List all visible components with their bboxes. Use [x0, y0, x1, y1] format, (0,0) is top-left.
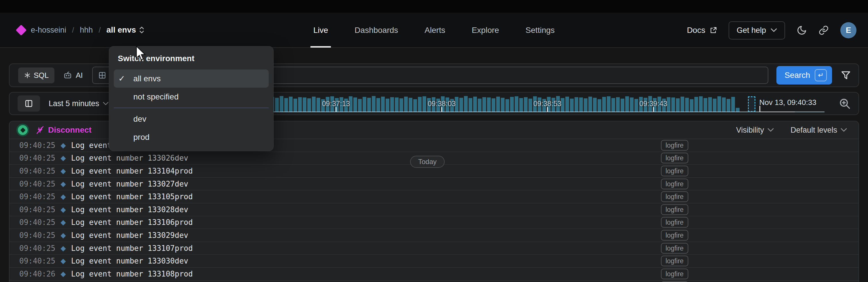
histogram-bar: [409, 98, 412, 112]
histogram-bar: [505, 99, 509, 112]
histogram-bar: [275, 98, 279, 112]
breadcrumb-org[interactable]: e-hosseini: [31, 26, 66, 35]
histogram-bar: [404, 96, 408, 112]
histogram-bar: [722, 97, 726, 112]
log-timestamp: 09:40:25: [19, 231, 55, 239]
histogram-bar: [367, 98, 371, 112]
current-bucket-dashed-bar: [748, 96, 755, 112]
search-button[interactable]: Search ↵: [776, 66, 832, 84]
log-row[interactable]: 09:40:25◆Log event number 133028devlogfi…: [9, 203, 859, 216]
filter-button[interactable]: [841, 70, 851, 80]
log-timestamp: 09:40:26: [19, 270, 55, 278]
x-axis-tick-label: 09:37:13: [322, 100, 350, 108]
external-link-icon: [709, 27, 717, 34]
time-range-label: Last 5 minutes: [49, 99, 99, 108]
tab-explore[interactable]: Explore: [472, 13, 499, 48]
histogram-bar: [381, 96, 385, 112]
histogram-bar: [579, 97, 583, 112]
visibility-label: Visibility: [736, 126, 764, 135]
histogram-bar: [575, 97, 578, 112]
log-row[interactable]: 09:40:25◆Log event number 133030devlogfi…: [9, 255, 859, 267]
breadcrumb-project[interactable]: hhh: [80, 26, 93, 35]
theme-toggle-button[interactable]: [797, 25, 807, 35]
log-row[interactable]: 09:40:25◆Log event number 133106prodlogf…: [9, 216, 859, 229]
histogram-bar: [630, 97, 633, 112]
tab-dashboards[interactable]: Dashboards: [354, 13, 398, 48]
moon-icon: [797, 25, 807, 35]
zoom-in-button[interactable]: [838, 97, 851, 110]
env-option-prod[interactable]: prod: [114, 128, 269, 146]
disconnect-button[interactable]: Disconnect: [35, 125, 92, 135]
env-option-label: dev: [133, 114, 146, 124]
ai-mode-button[interactable]: AI: [63, 70, 83, 80]
get-help-button[interactable]: Get help: [728, 21, 785, 39]
magnifier-plus-icon: [838, 97, 851, 110]
log-message: Log event number 133026dev: [71, 154, 188, 162]
time-range-selector[interactable]: Last 5 minutes: [49, 99, 108, 108]
scope-badge: logfire: [661, 243, 688, 253]
tab-live[interactable]: Live: [313, 13, 328, 48]
env-option-not-specified[interactable]: not specified: [114, 88, 269, 106]
env-option-all-envs[interactable]: ✓all envs: [114, 69, 269, 88]
tab-alerts[interactable]: Alerts: [425, 13, 445, 48]
log-row[interactable]: 09:40:25◆Log event number 133107prodlogf…: [9, 242, 859, 255]
logfire-logo-icon[interactable]: [16, 25, 27, 35]
log-timestamp: 09:40:25: [19, 257, 55, 265]
env-option-dev[interactable]: dev: [114, 110, 269, 128]
histogram-bar: [353, 97, 357, 112]
histogram-bar: [395, 97, 399, 112]
default-levels-dropdown[interactable]: Default levels: [790, 126, 847, 135]
histogram-bar: [616, 97, 620, 112]
log-message: Log event number 133105prod: [71, 192, 193, 201]
x-axis-tick-mark: [441, 107, 442, 112]
histogram-bar: [704, 98, 707, 112]
log-row[interactable]: 09:40:25◆Log event number 133105prodlogf…: [9, 190, 859, 203]
log-timestamp: 09:40:25: [19, 167, 55, 175]
share-link-button[interactable]: [818, 25, 829, 35]
log-level-diamond-icon: ◆: [60, 154, 66, 162]
log-message: Log event number 133107prod: [71, 244, 193, 253]
live-core-diamond: [20, 128, 25, 133]
docs-link[interactable]: Docs: [687, 26, 717, 35]
sql-mode-button[interactable]: SQL: [18, 67, 55, 83]
chevron-down-icon: [768, 128, 774, 132]
environment-selector[interactable]: all envs: [106, 25, 145, 35]
histogram-bar: [731, 97, 735, 112]
log-row[interactable]: 09:40:26◆Log event number 133031devlogfi…: [9, 281, 859, 282]
x-axis-tick-label: 09:38:03: [428, 100, 456, 108]
chevron-down-icon: [103, 102, 108, 106]
histogram-bar: [284, 98, 288, 112]
histogram-bar: [690, 99, 693, 112]
scope-badge: logfire: [661, 217, 688, 228]
log-level-diamond-icon: ◆: [60, 244, 66, 252]
log-message: Log event: [71, 141, 112, 150]
search-button-label: Search: [784, 70, 810, 80]
histogram-bar: [676, 98, 680, 112]
log-row[interactable]: 09:40:26◆Log event number 133108prodlogf…: [9, 267, 859, 281]
visibility-dropdown[interactable]: Visibility: [736, 126, 774, 135]
dropdown-divider: [114, 108, 269, 108]
log-timestamp: 09:40:25: [19, 192, 55, 201]
histogram-bar: [602, 97, 606, 112]
log-level-diamond-icon: ◆: [60, 180, 66, 188]
sidebar-toggle-button[interactable]: [18, 95, 40, 112]
env-option-label: all envs: [133, 74, 161, 83]
log-message: Log event number 133028dev: [71, 205, 188, 214]
tab-settings[interactable]: Settings: [526, 13, 555, 48]
histogram-bar: [611, 98, 615, 112]
env-option-label: not specified: [133, 92, 179, 102]
log-timestamp: 09:40:25: [19, 244, 55, 253]
avatar-initial: E: [846, 26, 851, 35]
histogram-bar: [464, 96, 468, 112]
avatar[interactable]: E: [840, 22, 857, 38]
log-row[interactable]: 09:40:25◆Log event number 133027devlogfi…: [9, 178, 859, 191]
log-timestamp: 09:40:25: [19, 180, 55, 188]
log-level-diamond-icon: ◆: [60, 193, 66, 201]
x-axis-tick-mark: [336, 107, 336, 112]
log-message: Log event number 133108prod: [71, 270, 193, 278]
histogram-bar: [524, 97, 528, 112]
log-row[interactable]: 09:40:25◆Log event number 133029devlogfi…: [9, 229, 859, 242]
histogram-bar: [634, 99, 638, 112]
histogram-bar: [593, 98, 597, 112]
disconnect-label: Disconnect: [48, 125, 92, 135]
